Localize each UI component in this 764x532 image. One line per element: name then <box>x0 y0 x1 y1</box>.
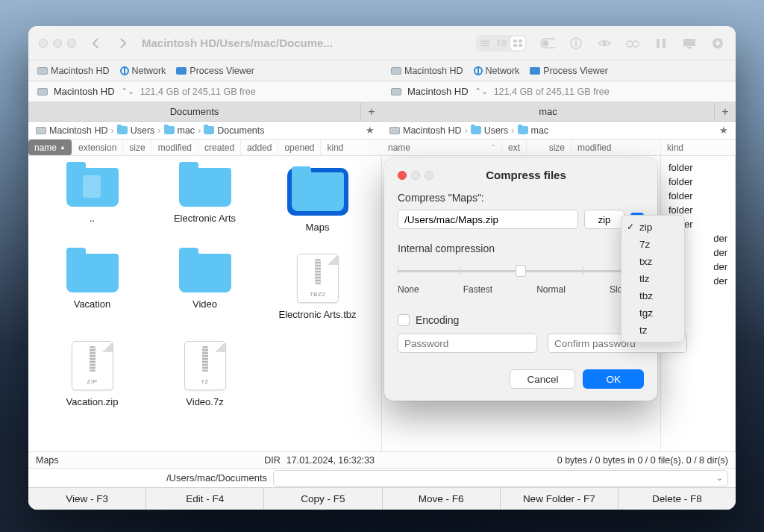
new-tab-button[interactable]: + <box>715 102 736 121</box>
drive-icon <box>37 88 48 96</box>
fn-copy[interactable]: Copy - F5 <box>264 488 382 510</box>
current-path: /Users/mac/Documents <box>36 472 267 484</box>
compression-slider[interactable] <box>398 262 644 280</box>
item-maps-selected[interactable]: Maps <box>261 168 374 233</box>
col-kind[interactable]: kind <box>321 140 349 155</box>
breadcrumb-right[interactable]: Macintosh HD› Users› mac ★ <box>382 122 736 139</box>
path-combo[interactable]: ⌄ <box>273 470 728 486</box>
menu-item-7z[interactable]: 7z <box>621 236 684 253</box>
monitor-icon <box>530 67 540 75</box>
svg-point-9 <box>603 41 607 45</box>
ok-button[interactable]: OK <box>583 369 644 389</box>
encoding-checkbox[interactable] <box>398 314 410 326</box>
view-mode-segment[interactable] <box>476 35 527 51</box>
tab-documents[interactable]: Documents <box>28 102 361 121</box>
titlebar: Macintosh HD/Users/mac/Docume... <box>28 26 736 60</box>
col-ext[interactable]: ext <box>502 140 527 155</box>
columns-icon[interactable] <box>654 37 668 50</box>
item-parent[interactable]: .. <box>36 168 148 233</box>
back-button[interactable] <box>85 34 104 53</box>
volume-name: Macintosh HD <box>407 86 469 97</box>
dialog-title: Compress files <box>408 169 644 181</box>
drive-icon <box>391 88 401 96</box>
col-name[interactable]: name▲ <box>28 140 72 155</box>
fav-macintosh-hd[interactable]: Macintosh HD <box>391 66 463 76</box>
star-icon[interactable]: ★ <box>719 125 728 136</box>
folder-icon <box>518 126 528 134</box>
encoding-label: Encoding <box>416 314 459 326</box>
col-kind[interactable]: kind <box>661 140 736 155</box>
fn-move[interactable]: Move - F6 <box>383 488 501 510</box>
item-vacation-zip[interactable]: ZIPVacation.zip <box>36 341 148 407</box>
col-modified[interactable]: modified <box>152 140 198 155</box>
quicklook-icon[interactable] <box>597 37 612 50</box>
close-dialog[interactable] <box>398 171 407 180</box>
output-path-input[interactable] <box>398 210 578 229</box>
left-pane[interactable]: .. Electronic Arts Maps Vacation Video T… <box>28 156 382 451</box>
fav-macintosh-hd[interactable]: Macintosh HD <box>37 66 110 76</box>
fn-delete[interactable]: Delete - F8 <box>619 488 736 510</box>
fn-new-folder[interactable]: New Folder - F7 <box>501 488 619 510</box>
col-created[interactable]: created <box>198 140 241 155</box>
col-name[interactable]: name˄ <box>382 140 502 155</box>
new-tab-button[interactable]: + <box>361 102 382 121</box>
drive-icon <box>37 67 48 75</box>
chevron-updown-icon[interactable]: ⌃⌄ <box>475 87 488 96</box>
binoculars-icon[interactable] <box>625 37 640 50</box>
zoom-window[interactable] <box>67 39 76 48</box>
menu-item-tbz[interactable]: tbz <box>621 287 684 304</box>
menu-item-tlz[interactable]: tlz <box>621 270 684 287</box>
slider-thumb[interactable] <box>516 265 526 277</box>
forward-button[interactable] <box>113 34 133 53</box>
breadcrumb-left[interactable]: Macintosh HD› Users› mac› Documents ★ <box>28 122 382 139</box>
selection-name: Maps <box>36 455 59 466</box>
volume-name: Macintosh HD <box>54 86 115 97</box>
item-ea-tbz[interactable]: TBZ2Electronic Arts.tbz <box>261 254 374 320</box>
menu-item-zip[interactable]: zip <box>621 219 684 236</box>
window-title: Macintosh HD/Users/mac/Docume... <box>142 37 333 49</box>
right-status: 0 bytes / 0 bytes in 0 / 0 file(s). 0 / … <box>557 455 728 466</box>
info-icon[interactable] <box>569 37 583 50</box>
col-modified[interactable]: modified <box>572 140 661 155</box>
close-window[interactable] <box>39 39 48 48</box>
function-bar: View - F3 Edit - F4 Copy - F5 Move - F6 … <box>28 487 736 510</box>
compress-dialog: Compress files Compress "Maps": zip ⌃⌄ I… <box>384 158 657 401</box>
display-icon[interactable] <box>682 37 697 50</box>
panes: .. Electronic Arts Maps Vacation Video T… <box>28 156 736 451</box>
menu-item-tgz[interactable]: tgz <box>621 304 684 322</box>
item-video[interactable]: Video <box>148 254 261 320</box>
star-icon[interactable]: ★ <box>366 125 375 136</box>
item-electronic-arts[interactable]: Electronic Arts <box>148 168 261 233</box>
folder-icon <box>471 126 481 134</box>
item-video-7z[interactable]: 7ZVideo.7z <box>148 341 261 407</box>
menu-item-tz[interactable]: tz <box>621 322 684 339</box>
menu-item-txz[interactable]: txz <box>621 253 684 270</box>
chevron-updown-icon[interactable]: ⌃⌄ <box>121 87 134 96</box>
cancel-button[interactable]: Cancel <box>510 369 575 389</box>
archive-icon: TBZ2 <box>297 254 339 303</box>
fav-network[interactable]: Network <box>120 66 166 76</box>
toggle-icon[interactable] <box>540 37 555 50</box>
icon-view-button <box>510 37 525 50</box>
password-input[interactable] <box>398 334 537 353</box>
fav-process-viewer[interactable]: Process Viewer <box>530 66 608 76</box>
col-added[interactable]: added <box>241 140 278 155</box>
fav-network[interactable]: Network <box>474 66 520 76</box>
col-extension[interactable]: extension <box>72 140 123 155</box>
svg-rect-0 <box>513 40 517 43</box>
tab-mac[interactable]: mac <box>382 102 715 121</box>
fav-process-viewer[interactable]: Process Viewer <box>176 66 254 76</box>
col-opened[interactable]: opened <box>278 140 321 155</box>
fn-edit[interactable]: Edit - F4 <box>146 488 264 510</box>
selection-date: 17.01.2024, 16:32:33 <box>286 455 375 466</box>
folder-icon <box>179 168 231 207</box>
col-size[interactable]: size <box>123 140 151 155</box>
download-icon[interactable] <box>710 37 725 50</box>
fn-view[interactable]: View - F3 <box>28 488 146 510</box>
minimize-window[interactable] <box>53 39 62 48</box>
svg-rect-15 <box>687 47 692 48</box>
right-pane[interactable]: folderfolderfolder folderfolder der der … <box>382 156 736 451</box>
format-select[interactable]: zip <box>584 210 624 229</box>
item-vacation[interactable]: Vacation <box>36 254 148 320</box>
col-size[interactable]: size <box>527 140 572 155</box>
